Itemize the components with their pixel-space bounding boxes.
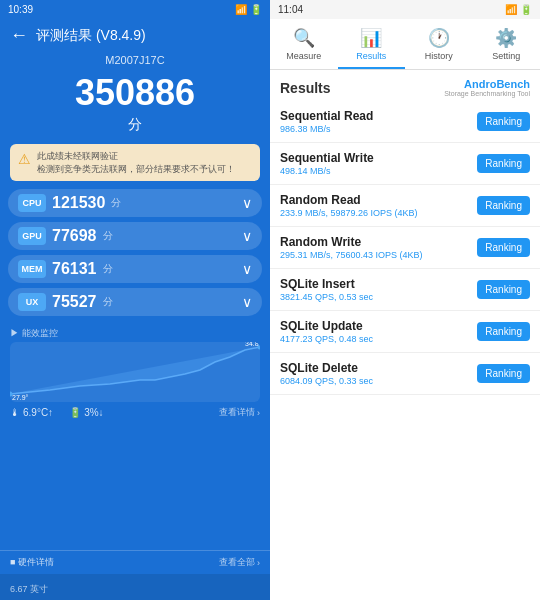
left-status-bar: 10:39 📶 🔋 [0, 0, 270, 19]
nav-setting[interactable]: ⚙️ Setting [473, 19, 541, 69]
cpu-score: 121530 [52, 194, 105, 212]
result-item: Sequential Read 986.38 MB/s Ranking [270, 101, 540, 143]
right-nav: 🔍 Measure 📊 Results 🕐 History ⚙️ Setting [270, 19, 540, 70]
hardware-label: ■ 硬件详情 [10, 556, 54, 569]
result-value: 295.31 MB/s, 75600.43 IOPS (4KB) [280, 250, 477, 260]
left-time: 10:39 [8, 4, 33, 15]
left-header-title: 评测结果 (V8.4.9) [36, 27, 146, 45]
androbench-logo: AndroBench Storage Benchmarking Tool [444, 78, 530, 97]
ranking-button[interactable]: Ranking [477, 364, 530, 383]
results-header: Results AndroBench Storage Benchmarking … [270, 70, 540, 101]
svg-text:27.9°: 27.9° [12, 394, 29, 401]
ranking-button[interactable]: Ranking [477, 154, 530, 173]
cpu-badge: CPU [18, 194, 46, 212]
ux-unit: 分 [103, 295, 113, 309]
result-value: 498.14 MB/s [280, 166, 477, 176]
chart-stats: 🌡 6.9°C↑ 🔋 3%↓ 查看详情 › [0, 402, 270, 423]
svg-text:34.8°: 34.8° [245, 342, 260, 347]
chevron-right-icon-2: › [257, 558, 260, 568]
warning-box: ⚠ 此成绩未经联网验证 检测到竞争类无法联网，部分结果要求不予认可！ [10, 144, 260, 181]
result-info: Random Read 233.9 MB/s, 59879.26 IOPS (4… [280, 193, 477, 218]
result-item: Sequential Write 498.14 MB/s Ranking [270, 143, 540, 185]
ux-score-item[interactable]: UX 75527 分 ∨ [8, 288, 262, 316]
ranking-button[interactable]: Ranking [477, 238, 530, 257]
nav-setting-label: Setting [492, 51, 520, 61]
battery-value: 3%↓ [84, 407, 103, 418]
score-unit: 分 [0, 116, 270, 134]
ranking-button[interactable]: Ranking [477, 196, 530, 215]
chart-area: 34.8° 27.9° [10, 342, 260, 402]
ux-badge: UX [18, 293, 46, 311]
nav-measure[interactable]: 🔍 Measure [270, 19, 338, 69]
cpu-chevron: ∨ [242, 195, 252, 211]
right-panel: 11:04 📶 🔋 🔍 Measure 📊 Results 🕐 History … [270, 0, 540, 600]
gpu-score-item[interactable]: GPU 77698 分 ∨ [8, 222, 262, 250]
result-info: Sequential Write 498.14 MB/s [280, 151, 477, 176]
ranking-button[interactable]: Ranking [477, 112, 530, 131]
gpu-badge: GPU [18, 227, 46, 245]
result-name: Sequential Write [280, 151, 477, 165]
left-panel: 10:39 📶 🔋 ← 评测结果 (V8.4.9) M2007J17C 3508… [0, 0, 270, 600]
right-time: 11:04 [278, 4, 303, 15]
result-value: 233.9 MB/s, 59879.26 IOPS (4KB) [280, 208, 477, 218]
mem-score-item[interactable]: MEM 76131 分 ∨ [8, 255, 262, 283]
cpu-score-item[interactable]: CPU 121530 分 ∨ [8, 189, 262, 217]
result-item: SQLite Insert 3821.45 QPS, 0.53 sec Rank… [270, 269, 540, 311]
result-value: 6084.09 QPS, 0.33 sec [280, 376, 477, 386]
results-title: Results [280, 80, 331, 96]
nav-results-label: Results [356, 51, 386, 61]
nav-history[interactable]: 🕐 History [405, 19, 473, 69]
mem-badge: MEM [18, 260, 46, 278]
result-name: Sequential Read [280, 109, 477, 123]
result-value: 4177.23 QPS, 0.48 sec [280, 334, 477, 344]
bottom-bar: ■ 硬件详情 查看全部 › [0, 550, 270, 574]
ranking-button[interactable]: Ranking [477, 280, 530, 299]
gpu-score: 77698 [52, 227, 97, 245]
warning-text: 此成绩未经联网验证 检测到竞争类无法联网，部分结果要求不予认可！ [37, 150, 235, 175]
left-status-icons: 📶 🔋 [235, 4, 262, 15]
view-all-link[interactable]: 查看全部 › [219, 556, 260, 569]
result-info: SQLite Update 4177.23 QPS, 0.48 sec [280, 319, 477, 344]
gpu-unit: 分 [103, 229, 113, 243]
battery-stat: 🔋 3%↓ [69, 407, 103, 418]
androbench-sub: Storage Benchmarking Tool [444, 90, 530, 97]
result-name: SQLite Delete [280, 361, 477, 375]
view-detail-link[interactable]: 查看详情 › [219, 406, 260, 419]
history-icon: 🕐 [428, 27, 450, 49]
nav-results[interactable]: 📊 Results [338, 19, 406, 69]
measure-icon: 🔍 [293, 27, 315, 49]
result-item: SQLite Delete 6084.09 QPS, 0.33 sec Rank… [270, 353, 540, 395]
device-name: M2007J17C [0, 52, 270, 68]
score-items: CPU 121530 分 ∨ GPU 77698 分 ∨ MEM 76131 分… [0, 185, 270, 325]
main-score: 350886 [0, 68, 270, 116]
ranking-button[interactable]: Ranking [477, 322, 530, 341]
result-value: 986.38 MB/s [280, 124, 477, 134]
right-status-bar: 11:04 📶 🔋 [270, 0, 540, 19]
nav-measure-label: Measure [286, 51, 321, 61]
mem-score: 76131 [52, 260, 97, 278]
result-value: 3821.45 QPS, 0.53 sec [280, 292, 477, 302]
right-status-icons: 📶 🔋 [505, 4, 532, 15]
temp-value: 6.9°C↑ [23, 407, 53, 418]
androbench-name: AndroBench [464, 78, 530, 90]
back-button[interactable]: ← [10, 25, 28, 46]
result-name: SQLite Insert [280, 277, 477, 291]
mem-chevron: ∨ [242, 261, 252, 277]
results-list: Sequential Read 986.38 MB/s Ranking Sequ… [270, 101, 540, 600]
left-header: ← 评测结果 (V8.4.9) [0, 19, 270, 52]
cpu-unit: 分 [111, 196, 121, 210]
result-name: Random Read [280, 193, 477, 207]
chevron-right-icon: › [257, 408, 260, 418]
result-item: SQLite Update 4177.23 QPS, 0.48 sec Rank… [270, 311, 540, 353]
result-info: Random Write 295.31 MB/s, 75600.43 IOPS … [280, 235, 477, 260]
temp-icon: 🌡 [10, 407, 20, 418]
result-item: Random Write 295.31 MB/s, 75600.43 IOPS … [270, 227, 540, 269]
result-info: Sequential Read 986.38 MB/s [280, 109, 477, 134]
battery-icon: 🔋 [69, 407, 81, 418]
gpu-chevron: ∨ [242, 228, 252, 244]
result-name: Random Write [280, 235, 477, 249]
ux-score: 75527 [52, 293, 97, 311]
bottom-hw-value: 6.67 英寸 [10, 584, 48, 594]
temp-stat: 🌡 6.9°C↑ [10, 407, 53, 418]
result-name: SQLite Update [280, 319, 477, 333]
